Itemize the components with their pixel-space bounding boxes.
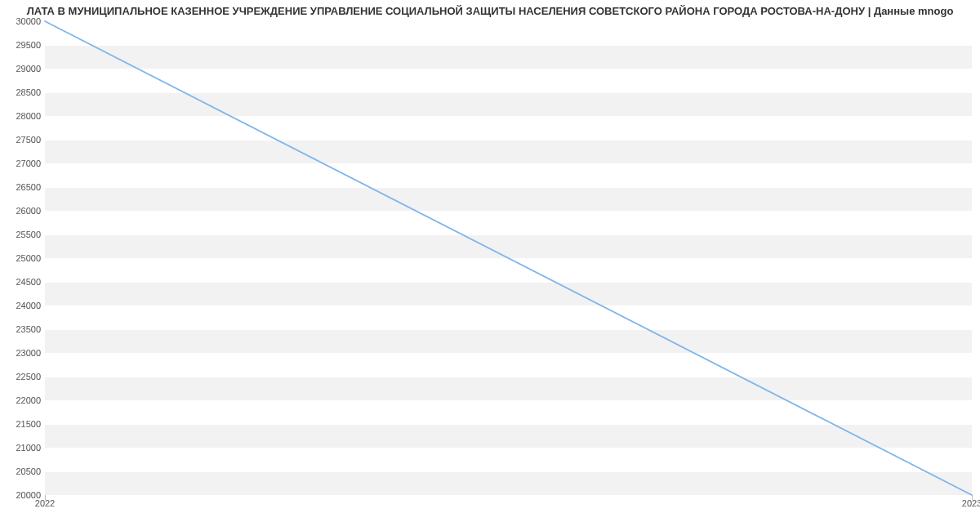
y-tick-label: 29000 <box>16 64 41 74</box>
y-tick-label: 23000 <box>16 348 41 358</box>
y-tick-label: 25500 <box>16 230 41 239</box>
y-tick-label: 23500 <box>16 324 41 334</box>
chart-container: ЛАТА В МУНИЦИПАЛЬНОЕ КАЗЕННОЕ УЧРЕЖДЕНИЕ… <box>0 0 980 531</box>
plot-area <box>45 21 972 495</box>
line-layer <box>45 21 972 495</box>
y-tick-label: 25000 <box>16 253 41 263</box>
y-tick-label: 22000 <box>16 395 41 405</box>
y-tick-label: 24000 <box>16 301 41 310</box>
y-tick-label: 30000 <box>16 16 41 26</box>
y-tick-label: 26500 <box>16 182 41 192</box>
y-tick-label: 26000 <box>16 206 41 216</box>
y-tick-label: 22500 <box>16 372 41 382</box>
y-tick-label: 27000 <box>16 158 41 168</box>
y-tick-label: 28000 <box>16 111 41 121</box>
y-tick-label: 21000 <box>16 443 41 453</box>
series-line <box>45 21 972 495</box>
chart-title: ЛАТА В МУНИЦИПАЛЬНОЕ КАЗЕННОЕ УЧРЕЖДЕНИЕ… <box>0 5 980 17</box>
x-tick-label: 2022 <box>35 498 55 508</box>
y-tick-label: 27500 <box>16 135 41 145</box>
y-tick-label: 28500 <box>16 87 41 97</box>
y-tick-label: 20500 <box>16 466 41 476</box>
x-tick-label: 2023 <box>962 498 980 508</box>
y-tick-label: 21500 <box>16 419 41 429</box>
y-tick-label: 29500 <box>16 40 41 50</box>
y-tick-label: 24500 <box>16 277 41 287</box>
